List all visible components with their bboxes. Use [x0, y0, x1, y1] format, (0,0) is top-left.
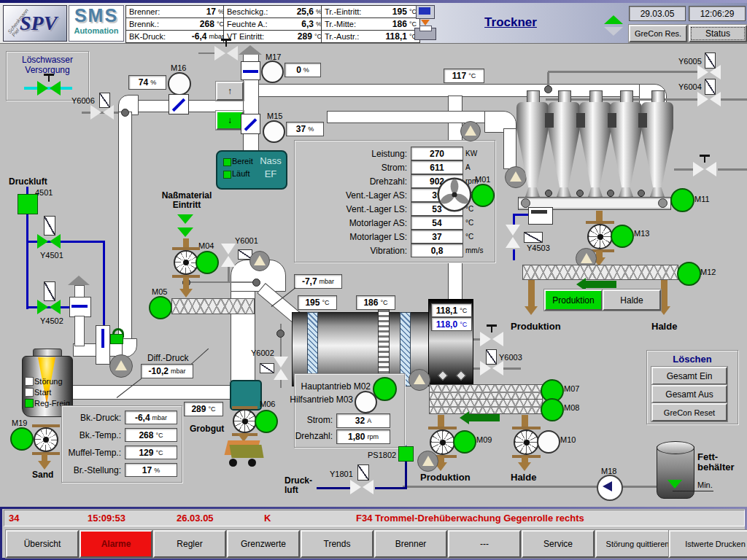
vent-valve[interactable]	[214, 46, 238, 61]
pipe-left-vertical	[118, 112, 132, 343]
m19-motor[interactable]	[10, 427, 34, 451]
valve-handle-icon	[491, 327, 492, 332]
y4501-instrument	[44, 216, 55, 236]
callout-line	[191, 349, 209, 365]
cyclone-cone	[579, 128, 611, 188]
start-label: Start	[34, 388, 51, 397]
field-tr-ein: Tr.-Eintritt:195°C	[321, 5, 420, 18]
m10-motor[interactable]	[537, 430, 560, 454]
loeschwasser-box[interactable]: LöschwasserVersorgung	[6, 51, 89, 101]
m06-motor[interactable]	[255, 410, 278, 433]
grecon-res-button[interactable]: GreCon Res.	[629, 25, 687, 42]
cyclone-connector	[638, 113, 647, 128]
m01-motor[interactable]	[471, 184, 495, 207]
laeuft-label: Läuft	[232, 169, 249, 178]
nav-istwerte-drucken-button[interactable]: Istwerte Drucken	[669, 530, 747, 558]
monitor-icon[interactable]	[416, 5, 435, 19]
nav-service-button[interactable]: Service	[522, 530, 595, 558]
y4503-valve[interactable]	[506, 225, 520, 248]
y1801-valve[interactable]	[350, 480, 374, 494]
y1801-instrument	[357, 464, 369, 481]
m16-damper[interactable]	[169, 94, 189, 114]
temp-118-0: 118,0°C	[431, 317, 472, 331]
m18-pump-icon[interactable]	[597, 475, 623, 501]
fett-tank-top	[657, 441, 694, 454]
y6003-valve[interactable]	[480, 361, 503, 376]
m09-motor[interactable]	[453, 430, 476, 454]
cart-icon	[223, 440, 266, 465]
m01-fan-icon[interactable]	[437, 177, 472, 212]
stoerung-label: Störung	[34, 377, 63, 386]
m09-label: M09	[476, 435, 492, 444]
ps1802-switch[interactable]	[398, 446, 414, 462]
nav-grenzwerte-button[interactable]: Grenzwerte	[227, 530, 300, 558]
m16-motor[interactable]	[168, 72, 191, 96]
drum-manual-valve[interactable]	[480, 332, 503, 346]
cyclone-connector	[608, 113, 616, 128]
diff-box-77: -7,7mbar	[294, 274, 342, 289]
nav-trends-button[interactable]: Trends	[301, 530, 374, 558]
alarm-line[interactable]: 34 15:09:53 26.03.05 K F34 Trommel-Drehü…	[4, 510, 745, 526]
nav-regler-button[interactable]: Regler	[153, 530, 226, 558]
alarm-class: K	[264, 513, 271, 524]
printer-icon[interactable]	[414, 28, 436, 40]
m17-motor[interactable]	[261, 61, 284, 83]
gesamt-ein-button[interactable]: Gesamt Ein	[651, 367, 727, 385]
y6006-label: Y6006	[71, 96, 95, 105]
produktion2-label: Produktion	[420, 472, 471, 483]
min-level-icon	[667, 480, 682, 489]
navyline-v	[405, 459, 407, 489]
date-display: 29.03.05	[629, 6, 686, 21]
field-brennk: Brennk.:268°C	[125, 18, 228, 31]
nass-ef-box[interactable]: Bereit Läuft NassEF	[216, 150, 287, 190]
nav-spare-button[interactable]: ---	[448, 530, 521, 558]
y4502-valve[interactable]	[37, 300, 61, 314]
y6002-valve[interactable]	[274, 357, 288, 380]
pump-icon	[409, 369, 430, 391]
y6002-instrument	[260, 363, 274, 373]
produktion-button[interactable]: Produktion	[544, 289, 603, 311]
grecon-reset-button[interactable]: GreCon Reset	[651, 403, 727, 421]
m10-label: M10	[560, 435, 576, 444]
spv-logo: Schenkmann Piel SPV	[3, 5, 67, 42]
m13-motor[interactable]	[611, 225, 634, 248]
m17-damper[interactable]	[241, 61, 260, 80]
m10-arrow	[522, 415, 528, 427]
m12-motor[interactable]	[677, 262, 701, 286]
m05-motor[interactable]	[149, 296, 172, 319]
y6001-valve[interactable]	[221, 244, 236, 267]
m05-label: M05	[152, 287, 167, 296]
line-y6003-b	[503, 368, 521, 370]
field-bkdruck: BK-Druck:-6,4mbar	[125, 30, 228, 43]
pump-icon	[109, 354, 133, 378]
spv-text: SPV	[20, 12, 57, 35]
cyclone-outlet	[650, 187, 665, 197]
min-label: Min.	[697, 481, 713, 489]
m06-label: M06	[260, 400, 275, 408]
y4501-valve[interactable]	[37, 234, 61, 249]
m08-motor[interactable]	[541, 398, 564, 421]
y6004-valve[interactable]	[697, 92, 721, 106]
m04-motor[interactable]	[196, 251, 219, 274]
drive-strom-label: Strom:	[290, 416, 333, 425]
gesamt-aus-button[interactable]: Gesamt Aus	[651, 385, 727, 403]
valve-4501[interactable]	[18, 194, 38, 214]
m15-motor[interactable]	[263, 120, 285, 143]
nav-brenner-button[interactable]: Brenner	[374, 530, 447, 558]
hilfs-label: Hilfsantrieb M03	[276, 395, 353, 405]
up-button[interactable]: ↑	[216, 82, 244, 101]
down-button[interactable]: ↓	[216, 111, 244, 130]
y6006-valve[interactable]	[90, 105, 114, 120]
m15-damper[interactable]	[241, 114, 260, 134]
nav-uebersicht-button[interactable]: Übersicht	[6, 530, 79, 558]
m03-motor[interactable]	[355, 391, 377, 413]
status-button[interactable]: Status	[689, 25, 747, 42]
nav-alarme-button[interactable]: Alarme	[80, 530, 152, 558]
cyclone-manual-valve[interactable]	[693, 162, 716, 176]
y6005-valve[interactable]	[697, 65, 721, 79]
m11-motor[interactable]	[670, 188, 694, 212]
halde2-label: Halde	[511, 472, 536, 483]
nav-stoerung-quittieren-button[interactable]: Störung quittieren	[595, 530, 680, 558]
halde-button[interactable]: Halde	[603, 289, 661, 311]
m10-arrow-head	[518, 462, 531, 471]
